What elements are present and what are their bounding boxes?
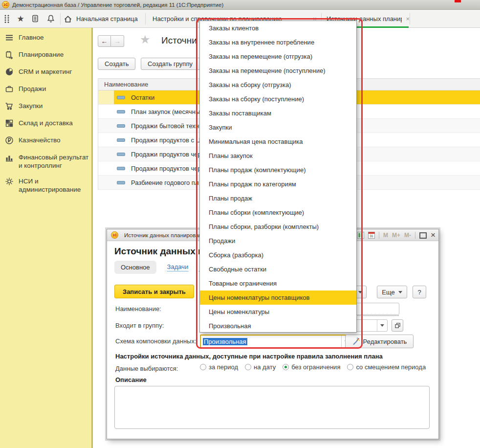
forward-button[interactable]: →: [111, 35, 124, 47]
row-label: Продажи продуктов с Ц: [131, 136, 200, 144]
group-field-label: Входит в группу:: [115, 322, 164, 329]
dropdown-item[interactable]: Заказы на сборку (поступление): [200, 92, 356, 106]
dropdown-item[interactable]: Заказы клиентов: [200, 21, 356, 35]
row-lead-cell: [98, 176, 114, 189]
back-arrow-icon: ←: [101, 37, 108, 45]
dropdown-item[interactable]: Заказы на внутреннее потребление: [200, 35, 356, 49]
magic-wand-icon: [352, 337, 360, 345]
dropdown-item[interactable]: Планы сборки (комплектующие): [200, 205, 356, 220]
dropdown-item[interactable]: Произвольная: [200, 319, 356, 333]
radio-icon: [245, 364, 251, 370]
briefcase-icon: [5, 85, 14, 93]
sidebar-item-sklad[interactable]: Склад и доставка: [0, 119, 90, 128]
sidebar-item-glavnoe[interactable]: Главное: [0, 33, 90, 42]
tab-zadachi[interactable]: Задачи: [167, 263, 189, 271]
window-title: Демонстрационная база / Управление торго…: [12, 2, 223, 8]
favorites-star-icon[interactable]: ★: [16, 14, 25, 23]
dropdown-item[interactable]: Сборка (разборка): [200, 248, 356, 262]
dialog-tabs: Основное Задачи Мои: [114, 261, 212, 274]
dropdown-item[interactable]: Заказы поставщикам: [200, 106, 356, 120]
description-textarea[interactable]: [114, 386, 430, 429]
row-lead-cell: [98, 133, 114, 147]
dropdown-item[interactable]: Продажи: [200, 234, 356, 248]
memory-minus-button[interactable]: M-: [404, 232, 411, 239]
dropdown-item[interactable]: Заказы на перемещение (поступление): [200, 64, 356, 78]
dropdown-item[interactable]: Свободные остатки: [200, 262, 356, 276]
dropdown-item[interactable]: Минимальная цена поставщика: [200, 134, 356, 149]
radio-bez-ogranicheniya[interactable]: без ограничения: [283, 363, 340, 371]
close-icon[interactable]: ×: [431, 232, 436, 239]
sidebar-item-label: Планирование: [19, 50, 90, 59]
page-title: Источни: [161, 35, 197, 46]
dropdown-item[interactable]: Товарные ограничения: [200, 276, 356, 291]
warehouse-icon: [5, 119, 14, 128]
radio-za-period[interactable]: за период: [200, 363, 238, 371]
sidebar-item-nsi[interactable]: НСИ и администрирование: [0, 177, 90, 194]
dropdown-item-highlighted[interactable]: Цены номенклатуры поставщиков: [200, 291, 356, 305]
more-button[interactable]: Еще: [377, 286, 407, 298]
planning-icon: [5, 50, 14, 59]
sidebar-item-crm[interactable]: CRM и маркетинг: [0, 67, 90, 76]
sidebar-item-prodazhi[interactable]: Продажи: [0, 85, 90, 93]
dropdown-item[interactable]: Планы закупок: [200, 149, 356, 163]
edit-button[interactable]: Редактировать: [345, 335, 414, 348]
radio-icon: [200, 364, 206, 370]
pie-chart-icon: [5, 67, 14, 76]
help-button[interactable]: ?: [413, 286, 426, 298]
memory-plus-button[interactable]: M+: [392, 232, 400, 239]
sidebar-item-label: Казначейство: [19, 136, 90, 144]
divider: [379, 232, 379, 239]
dropdown-item[interactable]: Цены номенклатуры: [200, 305, 356, 319]
main-menu-icon[interactable]: [2, 14, 12, 23]
sidebar-item-label: Продажи: [19, 85, 90, 93]
dialog-heading: Источник данных пл: [114, 246, 210, 257]
radio-label: за период: [209, 363, 238, 371]
radio-so-smescheniem[interactable]: со смещением периода: [347, 363, 426, 371]
sidebar-item-planirovanie[interactable]: Планирование: [0, 50, 90, 59]
chevron-down-icon: [358, 291, 362, 293]
sidebar-item-kaznacheystvo[interactable]: Казначейство: [0, 136, 90, 145]
back-button[interactable]: ←: [98, 35, 111, 47]
tab-divider: [410, 13, 410, 24]
dropdown-item[interactable]: Закупки: [200, 120, 356, 134]
spreadsheet-icon[interactable]: [357, 232, 364, 239]
dropdown-item[interactable]: Планы продаж: [200, 191, 356, 205]
section-header: Настройки источника данных, доступные пр…: [115, 353, 383, 360]
radio-icon: [347, 364, 353, 370]
dropdown-item[interactable]: Заказы на сборку (отгрузка): [200, 78, 356, 92]
radio-na-datu[interactable]: на дату: [245, 363, 276, 371]
dialog-controls: 31 M M+ M- ×: [357, 231, 436, 240]
tab-close-icon[interactable]: ×: [406, 15, 410, 22]
dropdown-item[interactable]: Заказы на перемещение (отгрузка): [200, 49, 356, 64]
sidebar-item-zakupki[interactable]: Закупки: [0, 102, 90, 111]
save-and-close-button[interactable]: Записать и закрыть: [114, 285, 194, 298]
dialog-title: Источник данных планировани:: [124, 232, 207, 238]
dropdown-item[interactable]: Планы сборки, разборки (комплекты): [200, 220, 356, 234]
data-select-label: Данные выбираются:: [115, 365, 178, 372]
sidebar-item-label: CRM и маркетинг: [19, 67, 90, 76]
notifications-bell-icon[interactable]: [46, 14, 56, 23]
chevron-down-icon[interactable]: [377, 320, 387, 331]
favorite-star-icon[interactable]: ★: [140, 33, 151, 46]
row-label: Продажи бытовой техни: [131, 122, 202, 130]
create-group-button[interactable]: Создать группу: [141, 58, 205, 70]
calendar-icon[interactable]: 31: [368, 232, 375, 239]
window-close-fragment[interactable]: [455, 0, 461, 2]
tab-osnovnoe[interactable]: Основное: [114, 261, 156, 274]
sidebar-item-label: Главное: [19, 33, 90, 42]
create-button[interactable]: Создать: [98, 58, 135, 70]
schema-combo-input[interactable]: Произвольная: [200, 335, 352, 348]
dropdown-item[interactable]: Планы продаж (комплектующие): [200, 163, 356, 177]
radio-selected-icon: [283, 364, 289, 370]
maximize-icon[interactable]: [419, 232, 427, 239]
group-open-button[interactable]: [392, 319, 403, 332]
edit-button-label: Редактировать: [363, 338, 407, 345]
memory-button[interactable]: M: [383, 232, 388, 239]
sidebar-item-label: Закупки: [19, 102, 90, 110]
open-icon: [394, 322, 401, 329]
row-lead-cell: [98, 161, 114, 175]
tab-home[interactable]: Начальная страница: [64, 10, 145, 28]
dropdown-item[interactable]: Планы продаж по категориям: [200, 177, 356, 191]
sidebar-item-finrezultat[interactable]: Финансовый результат и контроллинг: [0, 153, 90, 170]
history-icon[interactable]: [30, 14, 40, 23]
